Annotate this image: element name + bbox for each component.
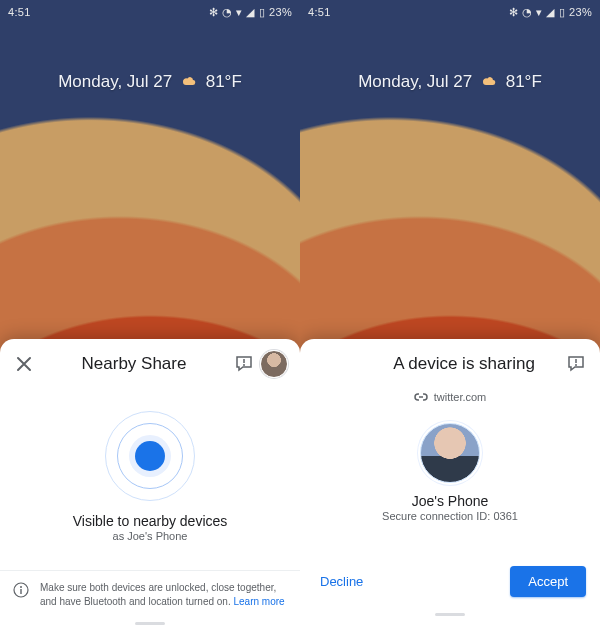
svg-point-2 <box>20 586 22 588</box>
weather-icon <box>480 75 498 89</box>
alarm-icon: ◔ <box>222 6 232 19</box>
visibility-text: Visible to nearby devices <box>0 513 300 529</box>
feedback-icon[interactable] <box>564 352 588 376</box>
sheet-title: A device is sharing <box>340 354 560 374</box>
status-icons: ✻ ◔ ▾ ◢ ▯ 23% <box>509 6 592 19</box>
screenshot-right: 4:51 ✻ ◔ ▾ ◢ ▯ 23% Monday, Jul 27 81°F A… <box>300 0 600 635</box>
nav-handle[interactable] <box>435 613 465 616</box>
device-alias: as Joe's Phone <box>0 530 300 542</box>
link-icon <box>414 392 428 402</box>
decline-button[interactable]: Decline <box>314 566 369 597</box>
lockscreen-info: Monday, Jul 27 81°F <box>0 72 300 92</box>
dnd-icon: ✻ <box>509 6 518 19</box>
wifi-icon: ▾ <box>236 6 242 19</box>
sender-avatar <box>420 423 480 483</box>
dnd-icon: ✻ <box>209 6 218 19</box>
svg-point-0 <box>243 364 245 366</box>
status-time: 4:51 <box>308 6 331 18</box>
sheet-title: Nearby Share <box>40 354 228 374</box>
feedback-icon[interactable] <box>232 352 256 376</box>
secure-id: Secure connection ID: 0361 <box>300 510 600 522</box>
battery-pct: 23% <box>569 6 592 18</box>
status-time: 4:51 <box>8 6 31 18</box>
battery-icon: ▯ <box>559 6 565 19</box>
weather-icon <box>180 75 198 89</box>
info-icon <box>12 582 30 598</box>
info-banner: Make sure both devices are unlocked, clo… <box>0 570 300 616</box>
svg-point-4 <box>575 364 577 366</box>
lock-temp: 81°F <box>506 72 542 91</box>
signal-icon: ◢ <box>546 6 554 19</box>
scanning-indicator <box>105 411 195 501</box>
close-icon[interactable] <box>12 352 36 376</box>
accept-button[interactable]: Accept <box>510 566 586 597</box>
scanning-dot-icon <box>135 441 165 471</box>
signal-icon: ◢ <box>246 6 254 19</box>
status-icons: ✻ ◔ ▾ ◢ ▯ 23% <box>209 6 292 19</box>
incoming-share-sheet: A device is sharing twitter.com Joe's Ph… <box>300 339 600 635</box>
learn-more-link[interactable]: Learn more <box>233 596 284 607</box>
nav-handle[interactable] <box>135 622 165 625</box>
nearby-share-sheet: Nearby Share Visible to nearby devices a… <box>0 339 300 635</box>
screenshot-left: 4:51 ✻ ◔ ▾ ◢ ▯ 23% Monday, Jul 27 81°F <box>0 0 300 635</box>
lock-date: Monday, Jul 27 <box>358 72 472 91</box>
shared-link: twitter.com <box>300 391 600 403</box>
lockscreen-info: Monday, Jul 27 81°F <box>300 72 600 92</box>
svg-rect-3 <box>20 589 21 594</box>
account-avatar[interactable] <box>260 350 288 378</box>
wifi-icon: ▾ <box>536 6 542 19</box>
battery-icon: ▯ <box>259 6 265 19</box>
battery-pct: 23% <box>269 6 292 18</box>
status-bar: 4:51 ✻ ◔ ▾ ◢ ▯ 23% <box>0 0 300 24</box>
lock-temp: 81°F <box>206 72 242 91</box>
lock-date: Monday, Jul 27 <box>58 72 172 91</box>
alarm-icon: ◔ <box>522 6 532 19</box>
link-host: twitter.com <box>434 391 487 403</box>
status-bar: 4:51 ✻ ◔ ▾ ◢ ▯ 23% <box>300 0 600 24</box>
sender-name: Joe's Phone <box>300 493 600 509</box>
